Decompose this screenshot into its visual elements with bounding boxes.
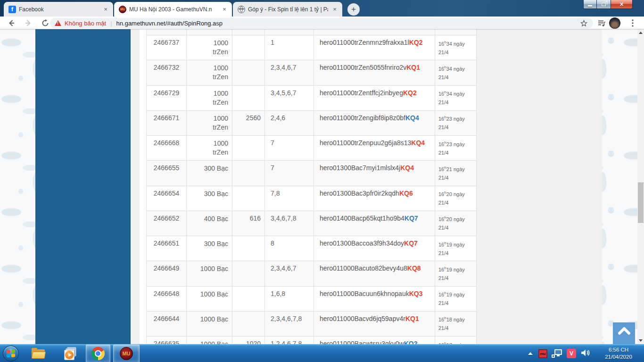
- scrollbar-thumb[interactable]: [638, 182, 644, 223]
- taskbar-chrome-button[interactable]: [86, 345, 110, 362]
- browser-menu-button[interactable]: [627, 17, 638, 29]
- cell-win: [232, 287, 265, 311]
- close-button[interactable]: ×: [611, 0, 633, 9]
- start-button[interactable]: [3, 346, 19, 362]
- tab-close-icon[interactable]: ×: [331, 6, 339, 13]
- cell-numbers: 3,4,5,6,7: [265, 86, 314, 110]
- cell-win: [232, 86, 265, 110]
- cell-time: 16h23ngày 21/4: [435, 136, 477, 160]
- cell-numbers: 7: [265, 136, 314, 160]
- cell-id: 2466651: [146, 236, 187, 261]
- cell-amount: 1000trZen: [187, 136, 232, 160]
- spin-history-table: 2466737 1000trZen 1 hero011000trZenmnz9f…: [146, 29, 477, 344]
- taskbar-media-player-button[interactable]: [60, 345, 81, 362]
- cell-code: hero011000Bacvd6jq59apv4rKQ1: [314, 312, 435, 336]
- tab-title: MU Hà Nội 2003 - GamethuVN.n: [129, 6, 218, 13]
- cell-time: 16h19ngày 21/4: [435, 236, 477, 261]
- cell-win: [232, 136, 265, 160]
- tray-mu-icon[interactable]: mu: [538, 349, 547, 358]
- table-body: 2466737 1000trZen 1 hero011000trZenmnz9f…: [146, 35, 477, 344]
- table-row: 2466644 1000 Bạc 2,3,4,6,7,8 hero011000B…: [146, 312, 477, 337]
- cell-time: 16h19ngày 21/4: [435, 287, 477, 311]
- cell-time: 16h34ngày 21/4: [435, 86, 477, 110]
- extension-playlist-button[interactable]: [596, 17, 607, 29]
- tab-close-icon[interactable]: ×: [102, 6, 109, 13]
- taskbar-clock[interactable]: 6:56 CH 21/04/2020: [596, 346, 641, 361]
- security-warning-icon[interactable]: [55, 20, 61, 26]
- cell-id: 2466635: [146, 337, 187, 344]
- cell-time: 16h17ngày 21/4: [435, 337, 477, 344]
- scrollbar-up-arrow[interactable]: [637, 29, 644, 36]
- result-badge: KQ8: [407, 264, 421, 272]
- browser-toolbar: Không bảo mật | hn.gamethuvn.net/#auth/S…: [0, 16, 644, 29]
- cell-win: [232, 60, 265, 85]
- table-row: 2466668 1000trZen 7 hero011000trZenpuu2g…: [146, 136, 477, 161]
- cell-amount: 1000trZen: [187, 60, 232, 85]
- cell-win: [232, 236, 265, 261]
- cell-id: 2466671: [146, 111, 187, 135]
- cell-amount: 400 Bạc: [187, 211, 232, 236]
- spin-history-panel: 2466737 1000trZen 1 hero011000trZenmnz9f…: [140, 29, 477, 344]
- network-icon[interactable]: [552, 349, 562, 358]
- bookmark-star-button[interactable]: [578, 17, 589, 29]
- result-badge: KQ6: [399, 189, 413, 197]
- table-row: 2466654 300 Bạc 7,8 hero01300Bac3pfr0ir2…: [146, 186, 477, 211]
- url-separator: |: [110, 20, 112, 27]
- tab-strip: f Facebook × MU MU Hà Nội 2003 - Gamethu…: [0, 0, 644, 16]
- address-bar[interactable]: Không bảo mật | hn.gamethuvn.net/#auth/S…: [50, 18, 593, 28]
- cell-code: hero011000trZenmnz9frakxa1lKQ2: [314, 35, 435, 60]
- result-badge: KQ1: [406, 64, 420, 71]
- cell-id: 2466737: [146, 35, 187, 60]
- profile-avatar[interactable]: [609, 17, 620, 29]
- reload-button[interactable]: [40, 17, 51, 29]
- forward-button[interactable]: [23, 17, 34, 29]
- cell-amount: 1000trZen: [187, 86, 232, 110]
- playlist-music-icon: [598, 20, 606, 27]
- tab-facebook[interactable]: f Facebook ×: [4, 2, 113, 16]
- cell-time: 16h18ngày 21/4: [435, 312, 477, 336]
- taskbar-explorer-button[interactable]: [28, 345, 49, 362]
- cell-code: hero011000Bacuun6khnopaukKQ3: [314, 287, 435, 311]
- cell-amount: 1000 Bạc: [187, 337, 232, 344]
- tab-gop-y[interactable]: Góp ý - Fix Spin tỉ lệ lên 1 tỷ | Pag ×: [233, 2, 342, 16]
- url-text[interactable]: hn.gamethuvn.net/#auth/SpinRong.asp: [116, 20, 223, 27]
- cell-code: hero011000trZenpuu2g6ja8s13KQ4: [314, 136, 435, 160]
- scroll-to-top-button[interactable]: [613, 322, 635, 344]
- vertical-scrollbar[interactable]: [637, 29, 644, 344]
- system-tray: mu V 6:56 CH 21/04/2020: [528, 345, 644, 362]
- security-warning-label[interactable]: Không bảo mật: [65, 20, 106, 27]
- minimize-button[interactable]: [583, 0, 597, 9]
- volume-icon[interactable]: [581, 349, 590, 359]
- tray-v-icon[interactable]: V: [567, 349, 576, 358]
- new-tab-button[interactable]: +: [347, 3, 360, 16]
- cell-time: 16h20ngày 21/4: [435, 186, 477, 211]
- restore-button[interactable]: [597, 0, 611, 9]
- cell-code: hero011000Bacwtsru3qkv0wKQ2: [314, 337, 435, 344]
- tab-title: Góp ý - Fix Spin tỉ lệ lên 1 tỷ | Pag: [248, 6, 328, 13]
- avatar: [609, 17, 620, 29]
- result-badge: KQ4: [400, 164, 414, 172]
- taskbar-mu-game-button[interactable]: MU: [113, 345, 140, 362]
- tab-close-icon[interactable]: ×: [221, 6, 228, 13]
- clock-date: 21/04/2020: [605, 354, 632, 360]
- show-hidden-icons-button[interactable]: [528, 352, 533, 355]
- cell-code: hero01300Bac7myi1mlslx4jKQ4: [314, 161, 435, 185]
- cell-id: 2466732: [146, 60, 187, 85]
- left-sidebar: [35, 29, 131, 344]
- back-icon: [8, 19, 15, 27]
- back-button[interactable]: [6, 17, 17, 29]
- cell-win: [232, 161, 265, 185]
- table-row: 2466652 400 Bạc 616 3,4,6,7,8 hero01400B…: [146, 211, 477, 236]
- triangle-down-icon: [639, 339, 643, 342]
- cell-amount: 300 Bạc: [187, 236, 232, 261]
- cell-win: 616: [232, 211, 265, 236]
- table-row: 2466729 1000trZen 3,4,5,6,7 hero011000tr…: [146, 86, 477, 111]
- cell-win: 2560: [232, 111, 265, 135]
- scrollbar-down-arrow[interactable]: [637, 337, 644, 344]
- cell-win: [232, 261, 265, 286]
- mu-icon: MU: [119, 6, 126, 13]
- mu-game-icon: MU: [120, 347, 133, 360]
- cell-numbers: 2,3,4,6,7: [265, 261, 314, 286]
- tab-mu-hanoi[interactable]: MU MU Hà Nội 2003 - GamethuVN.n ×: [114, 2, 232, 16]
- cell-time: 16h34ngày 21/4: [435, 60, 477, 85]
